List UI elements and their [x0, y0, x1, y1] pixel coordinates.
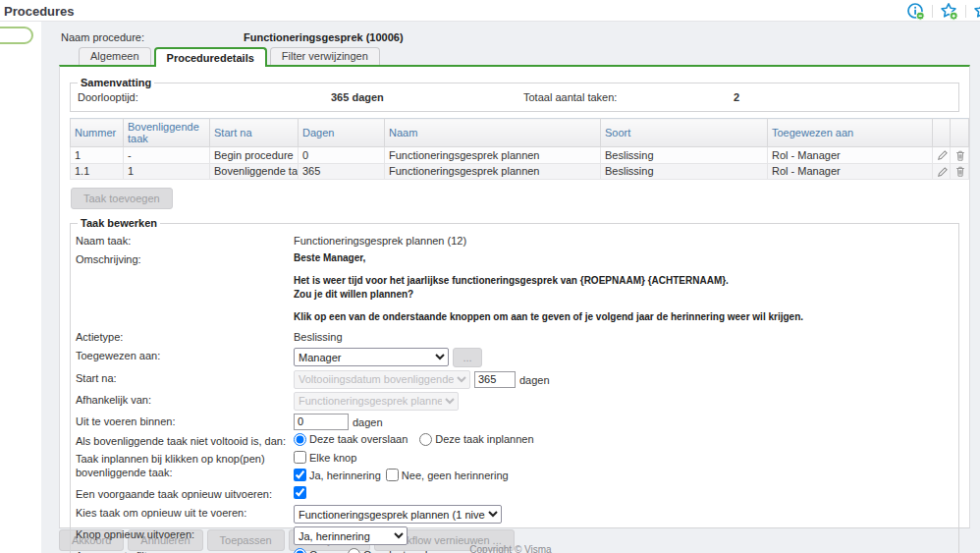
cell-bovenliggende: 1	[124, 163, 210, 180]
totaal-taken-label: Totaal aantal taken:	[523, 91, 734, 103]
main-panel: Naam procedure:Functioneringsgesprek (10…	[41, 22, 980, 553]
knop-opnieuw-select[interactable]: Ja, herinnering	[294, 526, 408, 545]
voorgaande-taak-label: Een voorgaande taak opnieuw uitvoeren:	[76, 486, 294, 502]
col-dagen: Dagen	[299, 119, 385, 147]
info-icon[interactable]	[906, 2, 925, 21]
delete-icon[interactable]	[951, 163, 969, 180]
page-title: Procedures	[4, 4, 75, 19]
uitvoeren-binnen-label: Uit te voeren binnen:	[76, 414, 294, 429]
cell-bovenliggende: -	[124, 147, 210, 164]
naam-taak-value: Functioneringsgesprek plannen (12)	[294, 233, 466, 247]
aangepaste-filters-label: Aangepaste filters:	[76, 548, 294, 553]
edit-task-fieldset: Taak bewerken Naam taak: Functioneringsg…	[70, 217, 959, 553]
cell-start-na: Bovenliggende taak	[210, 163, 299, 180]
omschrijving-line: Beste Manager,	[294, 251, 803, 265]
summary-fieldset: Samenvatting Doorlooptijd: 365 dagen Tot…	[70, 77, 959, 112]
col-start-na: Start na	[210, 119, 299, 147]
col-delete	[951, 119, 969, 147]
cell-soort: Beslissing	[601, 163, 768, 180]
cell-toegewezen: Rol - Manager	[768, 147, 933, 164]
cell-dagen: 0	[299, 147, 385, 164]
cell-nummer: 1.1	[71, 163, 124, 180]
col-toegewezen-aan: Toegewezen aan	[768, 119, 933, 147]
kies-taak-label: Kies taak om opnieuw uit te voeren:	[76, 505, 294, 521]
clipped-edge-icon[interactable]	[973, 2, 980, 21]
col-soort: Soort	[601, 119, 768, 147]
favorite-star-icon[interactable]	[940, 2, 958, 21]
edit-task-legend: Taak bewerken	[78, 217, 160, 229]
uitvoeren-binnen-suffix: dagen	[353, 415, 383, 428]
tab-bar: Algemeen Proceduredetails Filter verwijz…	[79, 47, 383, 65]
col-nummer: Nummer	[71, 119, 124, 147]
afhankelijk-van-label: Afhankelijk van:	[76, 392, 294, 408]
table-row: 1 - Begin procedure 0 Functioneringsgesp…	[71, 147, 969, 164]
col-bovenliggende-taak: Bovenliggende taak	[124, 119, 210, 147]
totaal-taken-value: 2	[734, 91, 952, 103]
tasks-table: Nummer Bovenliggende taak Start na Dagen…	[70, 118, 969, 180]
edit-icon[interactable]	[933, 147, 951, 164]
clipped-nav-pill[interactable]	[0, 27, 33, 44]
voorgaande-taak-checkbox[interactable]	[294, 486, 306, 499]
toegewezen-aan-select[interactable]: Manager	[294, 348, 449, 366]
radio-filters-geselecteerd[interactable]: Geselecteerd	[348, 548, 427, 553]
procedure-name-label: Naam procedure:	[61, 31, 244, 43]
start-na-suffix: dagen	[519, 372, 550, 386]
afhankelijk-van-select: Functioneringsgesprek plannen (1)	[294, 392, 459, 411]
actietype-value: Beslissing	[294, 329, 343, 343]
checkbox-ja-herinnering[interactable]: Ja, herinnering	[294, 469, 381, 481]
omschrijving-label: Omschrijving:	[76, 251, 294, 267]
cell-naam: Functioneringsgesprek plannen	[385, 147, 601, 164]
procedure-name-value: Functioneringsgesprek (10006)	[244, 31, 404, 43]
tab-content-card: Samenvatting Doorlooptijd: 365 dagen Tot…	[59, 65, 970, 528]
radio-deze-taak-inplannen[interactable]: Deze taak inplannen	[419, 433, 533, 446]
cell-dagen: 365	[299, 163, 385, 180]
doorlooptijd-label: Doorlooptijd:	[78, 91, 331, 103]
cell-nummer: 1	[71, 147, 124, 164]
start-na-label: Start na:	[76, 370, 294, 386]
radio-deze-taak-overslaan[interactable]: Deze taak overslaan	[294, 433, 408, 446]
topbar-icon-group	[906, 0, 980, 22]
tab-filter-verwijzingen[interactable]: Filter verwijzingen	[270, 47, 380, 65]
niet-voltooid-label: Als bovenliggende taak niet voltooid is,…	[76, 433, 294, 449]
top-bar: Procedures	[0, 0, 980, 22]
table-header-row: Nummer Bovenliggende taak Start na Dagen…	[71, 119, 969, 147]
procedure-header: Naam procedure:Functioneringsgesprek (10…	[61, 31, 404, 43]
doorlooptijd-value: 365 dagen	[331, 91, 523, 103]
checkbox-nee-geen-herinnering[interactable]: Nee, geen herinnering	[386, 469, 509, 481]
icon-divider	[932, 5, 933, 18]
toegewezen-aan-label: Toegewezen aan:	[76, 348, 294, 363]
cell-toegewezen: Rol - Manager	[768, 163, 933, 180]
omschrijving-text: Beste Manager, Het is weer tijd voor het…	[294, 251, 803, 326]
uitvoeren-binnen-input[interactable]	[294, 414, 349, 430]
naam-taak-label: Naam taak:	[76, 233, 294, 249]
edit-icon[interactable]	[933, 163, 951, 180]
table-row: 1.1 1 Bovenliggende taak 365 Functioneri…	[71, 163, 969, 180]
omschrijving-line: Klik op een van de onderstaande knoppen …	[294, 310, 803, 324]
kies-taak-select[interactable]: Functioneringsgesprek plannen (1 niveaus…	[294, 505, 502, 524]
checkbox-elke-knop[interactable]: Elke knop	[294, 451, 356, 464]
icon-divider	[965, 5, 966, 18]
add-task-button: Taak toevoegen	[71, 188, 173, 209]
cell-naam: Functioneringsgesprek plannen	[385, 163, 601, 180]
col-naam: Naam	[385, 119, 601, 147]
start-na-days-input[interactable]	[474, 371, 516, 388]
cell-soort: Beslissing	[601, 147, 768, 164]
cell-start-na: Begin procedure	[210, 147, 299, 164]
start-na-select: Voltooiingsdatum bovenliggende taak	[294, 370, 470, 389]
actietype-label: Actietype:	[76, 329, 294, 345]
toegewezen-more-button: ...	[453, 348, 482, 367]
summary-legend: Samenvatting	[78, 77, 154, 88]
knop-opnieuw-label: Knop opnieuw uitvoeren:	[76, 526, 294, 542]
delete-icon[interactable]	[951, 147, 969, 164]
col-edit	[933, 119, 951, 147]
omschrijving-line: Het is weer tijd voor het jaarlijkse fun…	[294, 274, 803, 302]
tab-algemeen[interactable]: Algemeen	[79, 47, 151, 65]
tab-proceduredetails[interactable]: Proceduredetails	[154, 47, 267, 67]
inplannen-knop-label: Taak inplannen bij klikken op knop(pen) …	[76, 451, 294, 480]
radio-filters-geen[interactable]: Geen	[294, 548, 336, 553]
